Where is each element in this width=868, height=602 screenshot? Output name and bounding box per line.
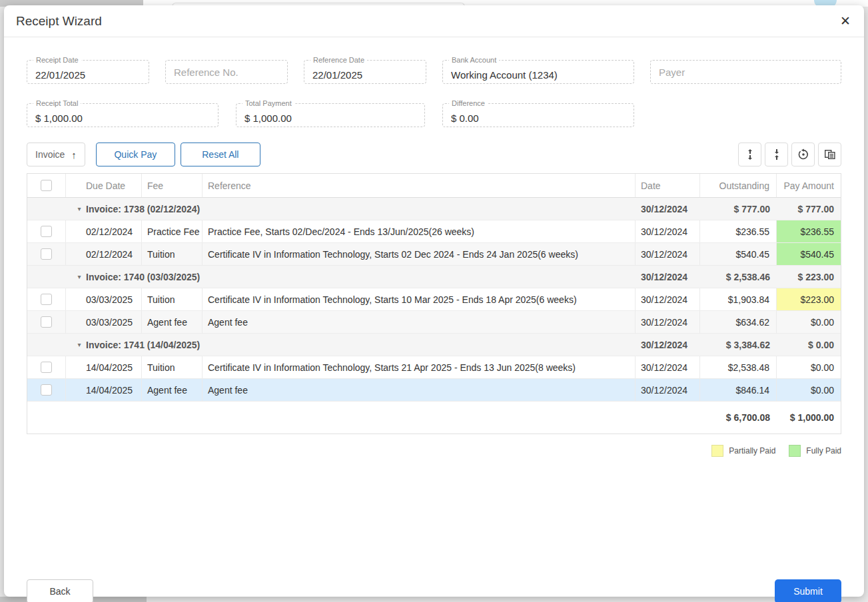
table-totals-row: $ 6,700.08 $ 1,000.00: [27, 402, 841, 434]
cell-outstanding: $634.62: [700, 311, 777, 333]
group-date: 30/12/2024: [636, 198, 700, 220]
expand-all-icon[interactable]: [738, 143, 761, 166]
receipt-total-label: Receipt Total: [33, 99, 81, 108]
collapse-all-icon[interactable]: [765, 143, 788, 166]
total-payment-label: Total Payment: [242, 99, 294, 108]
payer-field: [650, 60, 841, 84]
modal-title: Receipt Wizard: [16, 14, 102, 29]
cell-outstanding: $1,903.84: [700, 288, 777, 310]
cell-pay-amount[interactable]: $540.45: [777, 243, 841, 265]
cell-reference: Agent fee: [203, 379, 636, 401]
quick-pay-button[interactable]: Quick Pay: [96, 143, 175, 166]
cell-reference: Practice Fee, Starts 02/Dec/2024 - Ends …: [203, 220, 636, 242]
grid-toolbar: Invoice ↑ Quick Pay Reset All: [27, 143, 841, 166]
close-icon[interactable]: ✕: [840, 15, 851, 27]
bank-account-label: Bank Account: [449, 55, 499, 65]
difference-label: Difference: [449, 99, 488, 108]
partially-paid-label: Partially Paid: [729, 446, 775, 455]
cell-date: 30/12/2024: [636, 288, 700, 310]
group-date: 30/12/2024: [636, 266, 700, 288]
group-outstanding: $ 777.00: [700, 198, 777, 220]
revert-icon[interactable]: [791, 143, 815, 166]
copy-icon[interactable]: [818, 143, 841, 166]
sort-chip-label: Invoice: [35, 149, 65, 160]
reference-date-label: Reference Date: [310, 55, 367, 65]
receipt-date-label: Receipt Date: [33, 55, 81, 65]
form-row-2: Receipt Total Total Payment Difference: [27, 103, 841, 127]
group-outstanding: $ 2,538.46: [700, 266, 777, 288]
invoice-group-label: Invoice: 1741 (14/04/2025): [86, 340, 200, 350]
invoice-group-row[interactable]: ▾ Invoice: 1740 (03/03/2025) 30/12/2024 …: [27, 266, 841, 288]
sort-chip-invoice[interactable]: Invoice ↑: [27, 143, 85, 166]
total-outstanding: $ 6,700.08: [700, 402, 777, 434]
cell-fee: Practice Fee: [142, 220, 203, 242]
column-header-due-date[interactable]: Due Date: [66, 174, 142, 197]
collapse-group-icon[interactable]: ▾: [73, 273, 86, 280]
invoice-group-label: Invoice: 1738 (02/12/2024): [86, 204, 200, 214]
cell-fee: Agent fee: [142, 311, 203, 333]
cell-outstanding: $236.55: [700, 220, 777, 242]
invoice-group-row[interactable]: ▾ Invoice: 1741 (14/04/2025) 30/12/2024 …: [27, 334, 841, 356]
receipt-total-field: Receipt Total: [27, 103, 218, 127]
receipt-date-field: Receipt Date: [27, 60, 149, 84]
form-row-1: Receipt Date Reference Date Bank Account: [27, 60, 841, 84]
cell-pay-amount[interactable]: $223.00: [777, 288, 841, 310]
fee-row[interactable]: 03/03/2025 Tuition Certificate IV in Inf…: [27, 288, 841, 311]
fee-row[interactable]: 03/03/2025 Agent fee Agent fee 30/12/202…: [27, 311, 841, 334]
reference-no-field: [165, 60, 288, 84]
row-checkbox[interactable]: [41, 316, 52, 328]
receipt-wizard-modal: Receipt Wizard ✕ Receipt Date Reference …: [4, 5, 864, 597]
group-pay-amount: $ 777.00: [777, 198, 841, 220]
sort-asc-icon: ↑: [71, 149, 77, 160]
collapse-group-icon[interactable]: ▾: [73, 341, 86, 348]
cell-due-date: 03/03/2025: [66, 311, 142, 333]
row-checkbox[interactable]: [41, 248, 52, 260]
group-pay-amount: $ 223.00: [777, 266, 841, 288]
collapse-group-icon[interactable]: ▾: [73, 205, 86, 212]
row-checkbox[interactable]: [41, 362, 52, 373]
payments-table: Due Date Fee Reference Date Outstanding …: [27, 173, 841, 434]
cell-pay-amount[interactable]: $0.00: [777, 311, 841, 333]
column-header-date[interactable]: Date: [636, 174, 700, 197]
fee-row[interactable]: 02/12/2024 Tuition Certificate IV in Inf…: [27, 243, 841, 266]
cell-pay-amount[interactable]: $0.00: [777, 379, 841, 401]
cell-date: 30/12/2024: [636, 379, 700, 401]
group-pay-amount: $ 0.00: [777, 334, 841, 356]
cell-outstanding: $2,538.48: [700, 356, 777, 378]
reset-all-button[interactable]: Reset All: [181, 143, 260, 166]
payer-input[interactable]: [651, 61, 841, 83]
fee-row[interactable]: 02/12/2024 Practice Fee Practice Fee, St…: [27, 220, 841, 243]
cell-due-date: 03/03/2025: [66, 288, 142, 310]
fee-row-selected[interactable]: 14/04/2025 Agent fee Agent fee 30/12/202…: [27, 379, 841, 402]
cell-pay-amount[interactable]: $0.00: [777, 356, 841, 378]
table-header-row: Due Date Fee Reference Date Outstanding …: [27, 174, 841, 198]
column-header-reference[interactable]: Reference: [203, 174, 636, 197]
column-header-outstanding[interactable]: Outstanding: [700, 174, 777, 197]
row-checkbox[interactable]: [41, 294, 52, 305]
cell-due-date: 02/12/2024: [66, 220, 142, 242]
modal-footer: Back Submit: [27, 579, 841, 602]
cell-due-date: 02/12/2024: [66, 243, 142, 265]
column-header-pay-amount[interactable]: Pay Amount: [777, 174, 841, 197]
fee-row[interactable]: 14/04/2025 Tuition Certificate IV in Inf…: [27, 356, 841, 379]
select-all-checkbox[interactable]: [41, 180, 52, 191]
group-outstanding: $ 3,384.62: [700, 334, 777, 356]
column-header-fee[interactable]: Fee: [142, 174, 203, 197]
reference-date-field: Reference Date: [304, 60, 426, 84]
back-button[interactable]: Back: [27, 579, 93, 602]
difference-field: Difference: [442, 103, 634, 127]
cell-date: 30/12/2024: [636, 356, 700, 378]
cell-reference: Certificate IV in Information Technology…: [203, 356, 636, 378]
row-checkbox[interactable]: [41, 384, 52, 396]
cell-fee: Tuition: [142, 288, 203, 310]
invoice-group-row[interactable]: ▾ Invoice: 1738 (02/12/2024) 30/12/2024 …: [27, 198, 841, 220]
cell-pay-amount[interactable]: $236.55: [777, 220, 841, 242]
row-checkbox[interactable]: [41, 226, 52, 237]
total-pay-amount: $ 1,000.00: [777, 402, 841, 434]
toolbar-icon-group: [738, 143, 841, 166]
cell-date: 30/12/2024: [636, 311, 700, 333]
reference-no-input[interactable]: [166, 61, 287, 83]
partially-paid-swatch: [711, 445, 723, 457]
submit-button[interactable]: Submit: [775, 579, 841, 602]
fully-paid-label: Fully Paid: [806, 446, 841, 455]
